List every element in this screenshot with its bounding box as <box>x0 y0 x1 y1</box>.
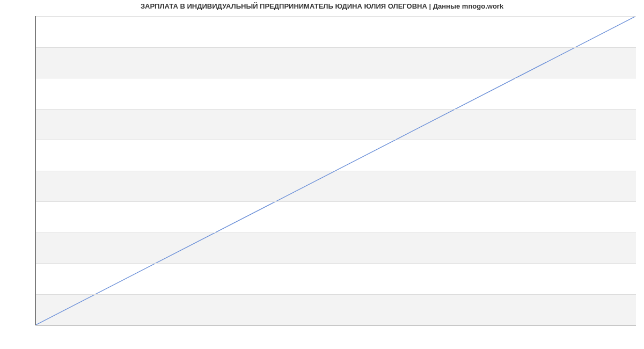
gridline <box>36 232 636 233</box>
chart-title: ЗАРПЛАТА В ИНДИВИДУАЛЬНЫЙ ПРЕДПРИНИМАТЕЛ… <box>0 2 644 10</box>
gridline <box>36 263 636 264</box>
salary-chart: ЗАРПЛАТА В ИНДИВИДУАЛЬНЫЙ ПРЕДПРИНИМАТЕЛ… <box>0 0 644 349</box>
gridline <box>36 294 636 295</box>
plot-area: 3000032000340003600038000400004200044000… <box>35 16 636 325</box>
gridline <box>36 47 636 48</box>
gridline <box>36 140 636 140</box>
gridline <box>36 78 636 78</box>
gridline <box>36 201 636 202</box>
gridline <box>36 16 636 17</box>
gridline <box>36 109 636 110</box>
gridline <box>36 171 636 171</box>
gridline <box>36 325 636 325</box>
